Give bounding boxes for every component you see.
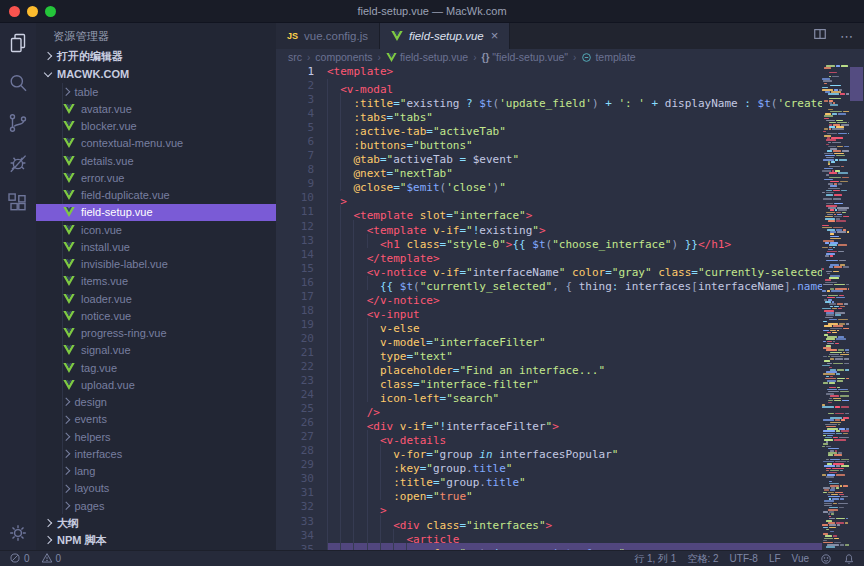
line-number[interactable]: 29 — [276, 458, 327, 472]
code-line-11[interactable]: 11<template slot="interface"> — [276, 205, 822, 219]
source-control-icon[interactable] — [6, 111, 30, 135]
status-item-1[interactable]: 行 1, 列 1 — [634, 552, 676, 566]
line-number[interactable]: 33 — [276, 515, 327, 529]
minimap[interactable] — [822, 65, 849, 551]
code-line-30[interactable]: 30:title="group.title" — [276, 472, 822, 486]
tree-item-interfaces[interactable]: interfaces — [36, 445, 276, 462]
line-number[interactable]: 18 — [276, 304, 327, 318]
code-line-5[interactable]: 5:active-tab="activeTab" — [276, 121, 822, 135]
breadcrumb-item-3[interactable]: field-setup.vue — [386, 51, 468, 63]
line-number[interactable]: 3 — [276, 93, 327, 107]
status-item-5[interactable]: Vue — [792, 553, 809, 564]
code-editor[interactable]: 1<template>2<v-modal3:title="existing ? … — [276, 65, 822, 551]
extensions-icon[interactable] — [6, 191, 30, 215]
line-number[interactable]: 15 — [276, 262, 327, 276]
line-number[interactable]: 25 — [276, 402, 327, 416]
code-line-9[interactable]: 9@close="$emit('close')" — [276, 177, 822, 191]
tree-item-blocker.vue[interactable]: blocker.vue — [36, 118, 276, 135]
line-number[interactable]: 23 — [276, 374, 327, 388]
line-number[interactable]: 11 — [276, 205, 327, 219]
line-number[interactable]: 19 — [276, 318, 327, 332]
line-number[interactable]: 20 — [276, 332, 327, 346]
status-item-3[interactable]: UTF-8 — [730, 553, 758, 564]
tab-field-setup.vue[interactable]: field-setup.vue× — [380, 23, 510, 49]
tree-item-loader.vue[interactable]: loader.vue — [36, 290, 276, 307]
tree-item-upload.vue[interactable]: upload.vue — [36, 376, 276, 393]
code-line-22[interactable]: 22placeholder="Find an interface..." — [276, 360, 822, 374]
tree-item-contextual-menu.vue[interactable]: contextual-menu.vue — [36, 135, 276, 152]
line-number[interactable]: 7 — [276, 149, 327, 163]
explorer-icon[interactable] — [6, 31, 30, 55]
code-line-14[interactable]: 14</template> — [276, 248, 822, 262]
code-line-1[interactable]: 1<template> — [276, 65, 822, 79]
line-number[interactable]: 2 — [276, 79, 327, 93]
line-number[interactable]: 34 — [276, 529, 327, 543]
line-number[interactable]: 4 — [276, 107, 327, 121]
code-line-17[interactable]: 17</v-notice> — [276, 290, 822, 304]
tree-item-avatar.vue[interactable]: avatar.vue — [36, 100, 276, 117]
tab-vue.config.js[interactable]: JSvue.config.js — [276, 23, 380, 49]
code-line-21[interactable]: 21type="text" — [276, 346, 822, 360]
outline-section[interactable]: 大纲 — [36, 514, 276, 532]
tree-item-layouts[interactable]: layouts — [36, 480, 276, 497]
open-editors-section[interactable]: 打开的编辑器 — [36, 47, 276, 65]
code-line-15[interactable]: 15<v-notice v-if="interfaceName" color="… — [276, 262, 822, 276]
code-line-2[interactable]: 2<v-modal — [276, 79, 822, 93]
tree-item-tag.vue[interactable]: tag.vue — [36, 359, 276, 376]
tree-item-notice.vue[interactable]: notice.vue — [36, 307, 276, 324]
problems-warning-count[interactable]: 0 — [41, 552, 62, 566]
line-number[interactable]: 28 — [276, 444, 327, 458]
scrollbar-slider[interactable] — [850, 67, 863, 101]
problems-error-count[interactable]: 0 — [9, 552, 30, 566]
npm-scripts-section[interactable]: NPM 脚本 — [36, 531, 276, 549]
settings-gear-icon[interactable] — [6, 521, 30, 545]
code-line-26[interactable]: 26<div v-if="!interfaceFilter"> — [276, 416, 822, 430]
code-line-24[interactable]: 24icon-left="search" — [276, 388, 822, 402]
close-tab-icon[interactable]: × — [491, 31, 499, 41]
tree-item-invisible-label.vue[interactable]: invisible-label.vue — [36, 256, 276, 273]
status-item-4[interactable]: LF — [769, 553, 781, 564]
code-line-18[interactable]: 18<v-input — [276, 304, 822, 318]
tree-item-field-duplicate.vue[interactable]: field-duplicate.vue — [36, 187, 276, 204]
workspace-root-section[interactable]: MACWK.COM — [36, 65, 276, 83]
tree-item-pages[interactable]: pages — [36, 497, 276, 514]
line-number[interactable]: 10 — [276, 191, 327, 205]
code-line-32[interactable]: 32> — [276, 500, 822, 514]
status-item-2[interactable]: 空格: 2 — [687, 552, 718, 566]
code-line-20[interactable]: 20v-model="interfaceFilter" — [276, 332, 822, 346]
code-line-34[interactable]: 34<article — [276, 529, 822, 543]
split-editor-icon[interactable] — [813, 27, 827, 45]
more-actions-icon[interactable]: ⋯ — [840, 29, 854, 44]
code-line-7[interactable]: 7@tab="activeTab = $event" — [276, 149, 822, 163]
breadcrumb-item-5[interactable]: template — [581, 51, 635, 63]
line-number[interactable]: 12 — [276, 220, 327, 234]
code-line-28[interactable]: 28v-for="group in interfacesPopular" — [276, 444, 822, 458]
code-line-23[interactable]: 23class="interface-filter" — [276, 374, 822, 388]
code-line-16[interactable]: 16{{ $t("currently_selected", { thing: i… — [276, 276, 822, 290]
line-number[interactable]: 22 — [276, 360, 327, 374]
line-number[interactable]: 1 — [276, 65, 327, 79]
feedback-smiley-icon[interactable] — [820, 553, 832, 565]
breadcrumb-item-1[interactable]: src — [288, 51, 302, 63]
line-number[interactable]: 16 — [276, 276, 327, 290]
code-line-31[interactable]: 31:open="true" — [276, 486, 822, 500]
code-line-12[interactable]: 12<template v-if="!existing"> — [276, 220, 822, 234]
tree-item-install.vue[interactable]: install.vue — [36, 238, 276, 255]
tree-item-icon.vue[interactable]: icon.vue — [36, 221, 276, 238]
tree-item-details.vue[interactable]: details.vue — [36, 152, 276, 169]
code-line-3[interactable]: 3:title="existing ? $t('update_field') +… — [276, 93, 822, 107]
breadcrumb-item-4[interactable]: {}"field-setup.vue" — [482, 51, 569, 63]
line-number[interactable]: 13 — [276, 234, 327, 248]
line-number[interactable]: 32 — [276, 500, 327, 514]
code-line-25[interactable]: 25/> — [276, 402, 822, 416]
close-window-button[interactable] — [9, 6, 20, 17]
tree-item-signal.vue[interactable]: signal.vue — [36, 342, 276, 359]
tree-item-error.vue[interactable]: error.vue — [36, 169, 276, 186]
tree-item-helpers[interactable]: helpers — [36, 428, 276, 445]
code-line-10[interactable]: 10> — [276, 191, 822, 205]
code-line-33[interactable]: 33<div class="interfaces"> — [276, 515, 822, 529]
debug-icon[interactable] — [6, 151, 30, 175]
code-line-27[interactable]: 27<v-details — [276, 430, 822, 444]
line-number[interactable]: 26 — [276, 416, 327, 430]
line-number[interactable]: 30 — [276, 472, 327, 486]
